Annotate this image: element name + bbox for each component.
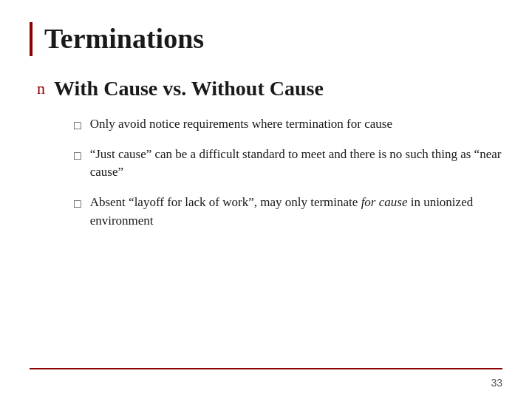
content-list: □ Only avoid notice requirements where t… (30, 115, 502, 231)
slide-container: Terminations n With Cause vs. Without Ca… (0, 0, 532, 399)
list-item: □ Absent “layoff for lack of work”, may … (74, 194, 502, 230)
list-bullet-icon: □ (74, 117, 81, 134)
slide-number: 33 (491, 377, 502, 389)
list-item: □ Only avoid notice requirements where t… (74, 115, 502, 134)
list-bullet-icon: □ (74, 195, 81, 212)
bottom-divider (30, 368, 502, 369)
list-item-text: “Just cause” can be a difficult standard… (90, 146, 502, 182)
list-item-text: Absent “layoff for lack of work”, may on… (90, 194, 502, 230)
heading-text: With Cause vs. Without Cause (54, 77, 324, 100)
list-item: □ “Just cause” can be a difficult standa… (74, 146, 502, 182)
italic-text: for cause (361, 195, 408, 209)
slide-title: Terminations (44, 22, 502, 56)
main-heading: n With Cause vs. Without Cause (30, 77, 502, 100)
heading-bullet-icon: n (37, 79, 45, 98)
title-section: Terminations (30, 22, 502, 56)
list-item-text: Only avoid notice requirements where ter… (90, 115, 502, 134)
list-bullet-icon: □ (74, 147, 81, 164)
